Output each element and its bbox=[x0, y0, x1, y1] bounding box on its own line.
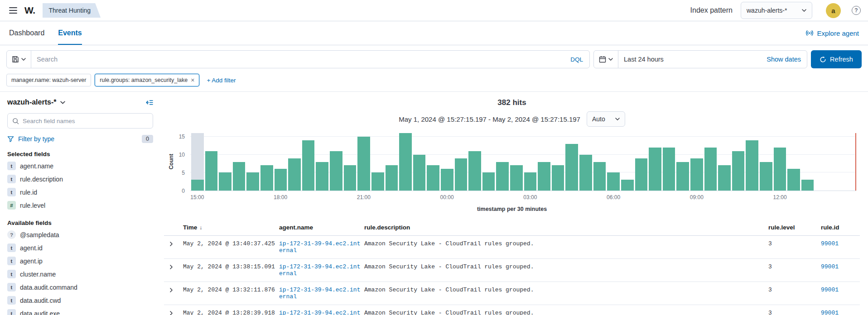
help-icon[interactable]: ? bbox=[852, 6, 861, 15]
histogram-bar[interactable] bbox=[316, 162, 328, 191]
field-item[interactable]: ?@sampledata bbox=[7, 228, 153, 241]
field-item[interactable]: tagent.name bbox=[7, 159, 153, 172]
histogram-bar[interactable] bbox=[468, 151, 481, 191]
histogram-slot bbox=[774, 133, 786, 191]
histogram-bar[interactable] bbox=[676, 162, 689, 191]
histogram-bar[interactable] bbox=[246, 172, 259, 191]
histogram-bar[interactable] bbox=[690, 158, 703, 191]
agent-name-link[interactable]: ip-172-31-39-94.ec2.internal bbox=[279, 263, 360, 277]
histogram-bar[interactable] bbox=[413, 155, 426, 191]
histogram-bar[interactable] bbox=[275, 169, 287, 191]
field-search-input[interactable] bbox=[23, 118, 148, 124]
histogram-bar[interactable] bbox=[455, 158, 468, 191]
histogram-bar[interactable] bbox=[510, 165, 523, 191]
field-item[interactable]: #rule.level bbox=[7, 199, 153, 212]
histogram-bar[interactable] bbox=[760, 162, 772, 191]
histogram-bar[interactable] bbox=[357, 137, 370, 191]
filter-pill[interactable]: manager.name: wazuh-server bbox=[6, 74, 91, 86]
tab-events[interactable]: Events bbox=[58, 21, 82, 45]
saved-query-button[interactable] bbox=[7, 51, 31, 68]
histogram-bar[interactable] bbox=[344, 165, 357, 191]
explore-agent-button[interactable]: Explore agent bbox=[805, 21, 859, 45]
histogram-bar[interactable] bbox=[233, 162, 246, 191]
histogram-bar[interactable] bbox=[579, 155, 592, 191]
histogram-bar[interactable] bbox=[482, 172, 495, 191]
wazuh-logo[interactable]: W. bbox=[24, 5, 35, 16]
histogram-bar[interactable] bbox=[649, 148, 661, 191]
column-header-time[interactable]: Time↓ bbox=[183, 220, 279, 235]
histogram-bar[interactable] bbox=[538, 162, 550, 191]
histogram-bar[interactable] bbox=[774, 148, 786, 191]
sort-desc-icon[interactable]: ↓ bbox=[199, 224, 202, 231]
column-header-rule_level[interactable]: rule.level bbox=[768, 220, 821, 235]
column-header-agent_name[interactable]: agent.name bbox=[279, 220, 364, 235]
rule-id-link[interactable]: 99001 bbox=[821, 240, 839, 247]
tab-dashboard[interactable]: Dashboard bbox=[9, 21, 44, 45]
field-item[interactable]: tagent.id bbox=[7, 241, 153, 254]
histogram-bar[interactable] bbox=[302, 140, 315, 191]
rule-id-link[interactable]: 99001 bbox=[821, 263, 839, 270]
histogram-bar[interactable] bbox=[205, 151, 218, 191]
field-item[interactable]: tcluster.name bbox=[7, 267, 153, 281]
rule-id-link[interactable]: 99001 bbox=[821, 286, 839, 293]
chevron-down-icon[interactable] bbox=[60, 101, 65, 104]
histogram-bar[interactable] bbox=[399, 133, 412, 191]
histogram-bar[interactable] bbox=[621, 180, 634, 191]
histogram-bar[interactable] bbox=[441, 169, 453, 191]
menu-icon[interactable] bbox=[7, 5, 19, 15]
filter-pill[interactable]: rule.groups: amazon_security_lake× bbox=[95, 74, 199, 86]
histogram-bar[interactable] bbox=[663, 148, 675, 191]
field-item[interactable]: trule.description bbox=[7, 172, 153, 186]
search-input[interactable] bbox=[31, 56, 564, 63]
histogram-bar[interactable] bbox=[746, 140, 758, 191]
histogram-bar[interactable] bbox=[496, 162, 509, 191]
column-header-rule_description[interactable]: rule.description bbox=[364, 220, 768, 235]
histogram-bar[interactable] bbox=[191, 180, 204, 191]
agent-name-link[interactable]: ip-172-31-39-94.ec2.internal bbox=[279, 310, 360, 315]
refresh-button[interactable]: Refresh bbox=[811, 50, 862, 68]
agent-name-link[interactable]: ip-172-31-39-94.ec2.internal bbox=[279, 286, 360, 300]
collapse-fields-icon[interactable] bbox=[145, 99, 153, 106]
histogram-bar[interactable] bbox=[427, 165, 439, 191]
histogram-bar[interactable] bbox=[635, 158, 648, 191]
expand-row-icon[interactable] bbox=[169, 310, 174, 315]
histogram-bar[interactable] bbox=[552, 165, 564, 191]
avatar[interactable]: a bbox=[826, 3, 841, 18]
agent-name-link[interactable]: ip-172-31-39-94.ec2.internal bbox=[279, 240, 360, 254]
histogram-bar[interactable] bbox=[704, 148, 717, 191]
histogram-bar[interactable] bbox=[593, 162, 606, 191]
remove-filter-icon[interactable]: × bbox=[191, 78, 194, 82]
calendar-button[interactable] bbox=[594, 51, 618, 68]
add-filter-button[interactable]: + Add filter bbox=[207, 77, 236, 84]
histogram-bar[interactable] bbox=[565, 144, 578, 191]
interval-select[interactable]: Auto bbox=[587, 111, 625, 127]
histogram-bar[interactable] bbox=[260, 165, 273, 191]
field-item[interactable]: tdata.audit.command bbox=[7, 281, 153, 294]
expand-row-icon[interactable] bbox=[169, 287, 174, 293]
histogram-bar[interactable] bbox=[718, 165, 731, 191]
field-item[interactable]: tdata.audit.exe bbox=[7, 307, 153, 315]
filter-by-type-button[interactable]: Filter by type 0 bbox=[7, 135, 153, 143]
column-header-rule_id[interactable]: rule.id bbox=[821, 220, 860, 235]
field-item[interactable]: tdata.audit.cwd bbox=[7, 294, 153, 307]
query-language-button[interactable]: DQL bbox=[564, 56, 589, 63]
histogram-bar[interactable] bbox=[219, 172, 231, 191]
histogram-bar[interactable] bbox=[524, 172, 537, 191]
histogram-bar[interactable] bbox=[787, 169, 800, 191]
expand-row-icon[interactable] bbox=[169, 241, 174, 247]
time-range-value[interactable]: Last 24 hours bbox=[618, 56, 669, 63]
histogram-bar[interactable] bbox=[371, 172, 384, 191]
expand-row-icon[interactable] bbox=[169, 264, 174, 270]
histogram-bar[interactable] bbox=[732, 151, 745, 191]
field-item[interactable]: tagent.ip bbox=[7, 254, 153, 267]
field-item[interactable]: trule.id bbox=[7, 186, 153, 199]
histogram-bar[interactable] bbox=[607, 172, 620, 191]
sidebar-index-selector[interactable]: wazuh-alerts-* bbox=[7, 98, 56, 106]
histogram-bar[interactable] bbox=[801, 180, 814, 191]
histogram-bar[interactable] bbox=[386, 165, 398, 191]
histogram-bar[interactable] bbox=[330, 151, 342, 191]
show-dates-button[interactable]: Show dates bbox=[761, 56, 807, 63]
rule-id-link[interactable]: 99001 bbox=[821, 310, 839, 315]
histogram-bar[interactable] bbox=[288, 158, 301, 191]
index-pattern-select[interactable]: wazuh-alerts-* bbox=[741, 2, 812, 19]
